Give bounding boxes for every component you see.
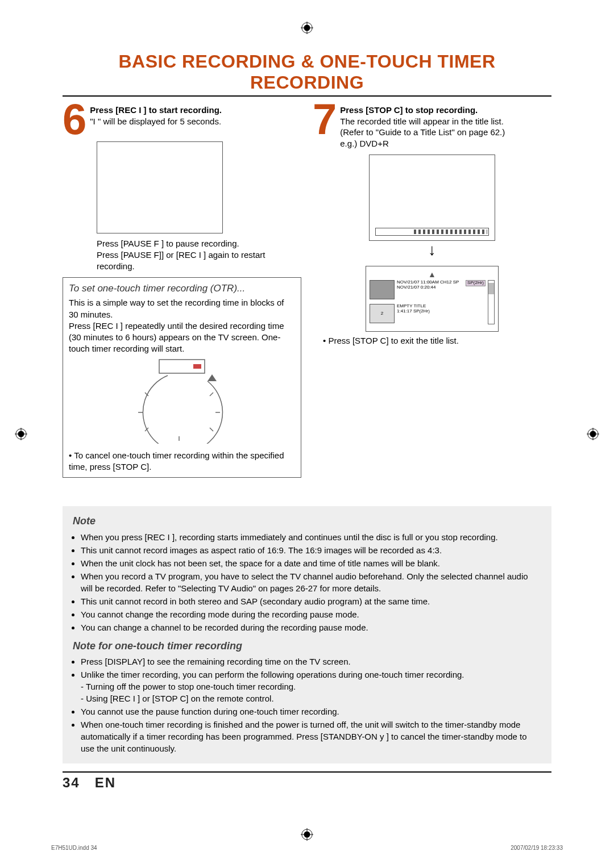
note-item: You cannot change the recording mode dur…	[81, 608, 541, 620]
notes-box: Note When you press [REC I ], recording …	[63, 506, 551, 763]
registration-mark-icon	[587, 428, 599, 440]
arrow-down-icon: ↓	[313, 242, 551, 258]
step-6-column: 6 Press [REC I ] to start recording. "I …	[63, 102, 301, 478]
note-otr-heading: Note for one-touch timer recording	[73, 639, 541, 653]
step-7-body2: (Refer to "Guide to a Title List" on pag…	[340, 127, 505, 138]
note-otr-item: Unlike the timer recording, you can perf…	[81, 669, 541, 704]
step-7-column: 7 Press [STOP C] to stop recording. The …	[313, 102, 551, 478]
step-6-pause-1: Press [PAUSE F ] to pause recording.	[97, 238, 301, 249]
otr-title: To set one-touch timer recording (OTR)..…	[69, 282, 295, 295]
title-list-row-1: SP(2Hr) NOV/21/07 11:00AM CH12 SP NOV/21…	[370, 280, 486, 302]
title-list-row-2: 2 EMPTY TITLE 1:41:17 SP(2Hr)	[370, 304, 486, 326]
note-heading: Note	[73, 514, 541, 528]
note-list: When you press [REC I ], recording start…	[73, 531, 541, 633]
step-7-lead: Press [STOP C] to stop recording.	[340, 105, 505, 116]
step-number-6: 6	[63, 102, 86, 137]
svg-line-24	[210, 393, 213, 396]
scrollbar	[488, 280, 495, 324]
otr-paragraph-2: Press [REC I ] repeatedly until the desi…	[69, 320, 295, 355]
print-timestamp: 2007/02/19 18:23:33	[511, 845, 563, 851]
page-footer: 34 EN	[63, 771, 551, 791]
step-6-lead: Press [REC I ] to start recording.	[90, 105, 222, 116]
tv-screen-placeholder	[97, 141, 223, 233]
otr-cancel: • To cancel one-touch timer recording wi…	[69, 450, 295, 473]
note-item: You can change a channel to be recorded …	[81, 621, 541, 633]
step-7-body1: The recorded title will appear in the ti…	[340, 116, 505, 127]
step-6-body: "I " will be displayed for 5 seconds.	[90, 116, 222, 127]
svg-line-22	[210, 428, 213, 431]
step-number-7: 7	[313, 102, 337, 137]
note-item: This unit cannot record images as aspect…	[81, 544, 541, 556]
note-item: When you record a TV program, you have t…	[81, 570, 541, 594]
note-item: When you press [REC I ], recording start…	[81, 531, 541, 543]
step-7-exit: • Press [STOP C] to exit the title list.	[323, 335, 551, 347]
triangle-up-icon: ▲	[370, 270, 495, 279]
title-list-screen: ▲ SP(2Hr) NOV/21/07 11:00AM CH12 SP NOV/…	[366, 266, 499, 332]
manual-page: BASIC RECORDING & ONE-TOUCH TIMER RECORD…	[0, 0, 614, 868]
note-otr-item: When one-touch timer recording is finish…	[81, 719, 541, 754]
otr-paragraph-1: This is a simple way to set the recordin…	[69, 297, 295, 320]
otr-dial-diagram	[69, 358, 295, 446]
registration-mark-icon	[301, 828, 313, 841]
registration-mark-icon	[301, 22, 313, 34]
print-footer: E7H51UD.indd 34 2007/02/19 18:23:33	[51, 845, 563, 851]
page-lang: EN	[95, 775, 116, 790]
step-6-pause-2: Press [PAUSE F]] or [REC I ] again to re…	[97, 249, 301, 273]
step-7-body3: e.g.) DVD+R	[340, 138, 505, 149]
note-item: This unit cannot record in both stereo a…	[81, 595, 541, 607]
print-file: E7H51UD.indd 34	[51, 845, 97, 851]
page-title: BASIC RECORDING & ONE-TOUCH TIMER RECORD…	[63, 51, 551, 97]
registration-mark-icon	[15, 428, 27, 440]
quality-badge: SP(2Hr)	[466, 280, 486, 286]
note-item: When the unit clock has not been set, th…	[81, 557, 541, 569]
note-otr-item: You cannot use the pause function during…	[81, 706, 541, 717]
svg-rect-17	[193, 364, 201, 369]
note-otr-list: Press [DISPLAY] to see the remaining rec…	[73, 656, 541, 754]
note-otr-item: Press [DISPLAY] to see the remaining rec…	[81, 656, 541, 667]
svg-marker-25	[208, 374, 217, 381]
writing-progress-screen	[369, 155, 495, 241]
otr-box: To set one-touch timer recording (OTR)..…	[63, 277, 301, 478]
page-number: 34	[63, 775, 80, 790]
